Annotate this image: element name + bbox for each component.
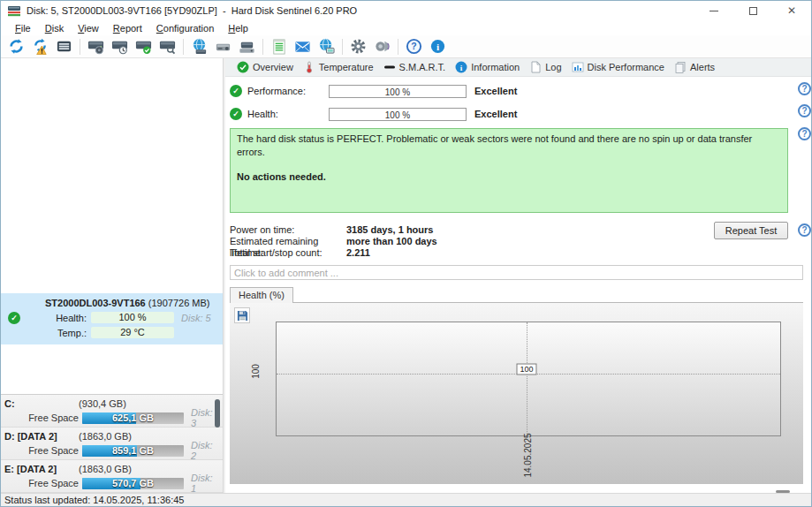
menu-configuration[interactable]: Configuration bbox=[149, 23, 221, 34]
tab-disk-performance[interactable]: Disk Performance bbox=[568, 58, 671, 77]
surface-view-icon[interactable] bbox=[52, 37, 76, 57]
toolbar-separator bbox=[80, 39, 80, 55]
refresh-error-check-icon[interactable] bbox=[28, 37, 52, 57]
maximize-button[interactable] bbox=[733, 1, 772, 20]
health-row: Health: 100 % Excellent bbox=[230, 107, 803, 121]
free-space-label: Free Space bbox=[4, 445, 82, 456]
refresh-icon[interactable] bbox=[4, 37, 28, 57]
drive-letter: E: [DATA 2] bbox=[4, 462, 79, 476]
svg-text:i: i bbox=[436, 42, 439, 52]
status-help-icon[interactable] bbox=[798, 127, 811, 140]
health-label: Health: bbox=[247, 109, 329, 119]
toolbar-separator bbox=[262, 39, 263, 55]
toolbar-separator bbox=[342, 39, 343, 55]
removable-disks-icon[interactable] bbox=[211, 37, 235, 57]
resize-grip[interactable] bbox=[776, 490, 790, 493]
free-space-bar: 859,1 GB bbox=[82, 445, 184, 457]
remaining-lifetime-label: Estimated remaining lifetime: bbox=[230, 236, 346, 247]
tab-bar: Overview Temperature S.M.A.R.T. i Inform… bbox=[225, 58, 811, 77]
menu-file[interactable]: File bbox=[8, 23, 38, 34]
health-help-icon[interactable] bbox=[798, 104, 811, 117]
status-text-box: The hard disk status is PERFECT. Problem… bbox=[230, 128, 788, 213]
tab-overview[interactable]: Overview bbox=[233, 58, 300, 77]
docked-disks-icon[interactable] bbox=[235, 37, 259, 57]
report-icon[interactable] bbox=[267, 37, 291, 57]
close-button[interactable]: ✕ bbox=[772, 1, 811, 20]
power-on-time-value: 3185 days, 1 hours bbox=[346, 224, 433, 236]
network-disks-icon[interactable] bbox=[187, 37, 211, 57]
floppy-disk-icon bbox=[237, 310, 248, 322]
health-chart-panel: 100 100 14.05.2025 bbox=[230, 302, 803, 484]
gridline-date bbox=[527, 322, 527, 435]
menu-report[interactable]: Report bbox=[106, 23, 149, 34]
tab-log[interactable]: Log bbox=[526, 58, 567, 77]
menu-bar: File Disk View Report Configuration Help bbox=[1, 20, 811, 35]
free-space-bar: 570,7 GB bbox=[82, 478, 184, 489]
drive-size: (1863,0 GB) bbox=[79, 462, 132, 476]
chart-plot-area[interactable]: 100 bbox=[276, 322, 781, 436]
log-page-icon bbox=[529, 61, 542, 73]
save-chart-button[interactable] bbox=[234, 307, 250, 323]
close-icon: ✕ bbox=[787, 5, 796, 16]
thermometer-icon bbox=[303, 61, 315, 73]
help-icon[interactable]: ? bbox=[402, 37, 426, 57]
selected-disk-panel[interactable]: ST2000DL003-9VT166 (1907726 MB) Health: … bbox=[1, 293, 223, 344]
comment-input[interactable] bbox=[230, 265, 803, 280]
scheduled-test-icon[interactable] bbox=[108, 37, 132, 57]
disk-tree-area[interactable] bbox=[1, 58, 223, 293]
menu-disk[interactable]: Disk bbox=[38, 23, 71, 34]
drive-row-d[interactable]: D: [DATA 2] (1863,0 GB) Free Space 859,1… bbox=[1, 428, 223, 460]
free-space-bar: 625,1 GB bbox=[82, 412, 184, 424]
disk-test-icon[interactable] bbox=[84, 37, 108, 57]
minimize-button[interactable] bbox=[694, 1, 733, 20]
drive-row-c[interactable]: C: (930,4 GB) Free Space 625,1 GB Disk: … bbox=[1, 395, 223, 428]
alert-pages-icon bbox=[674, 61, 687, 73]
title-bar: Disk: 5, ST2000DL003-9VT166 [5YD90ZLP] -… bbox=[1, 1, 811, 20]
maximize-icon bbox=[749, 7, 757, 15]
y-axis-tick: 100 bbox=[251, 359, 261, 385]
performance-help-icon[interactable] bbox=[798, 82, 811, 95]
chart-tab-health-percent[interactable]: Health (%) bbox=[230, 287, 293, 303]
performance-rating: Excellent bbox=[474, 86, 517, 96]
svg-text:?: ? bbox=[411, 42, 416, 51]
remaining-lifetime-value: more than 100 days bbox=[346, 236, 437, 247]
tab-alerts[interactable]: Alerts bbox=[671, 58, 721, 77]
menu-view[interactable]: View bbox=[71, 23, 106, 34]
tab-smart[interactable]: S.M.A.R.T. bbox=[380, 58, 452, 77]
status-action: No actions needed. bbox=[237, 170, 781, 184]
health-gauge: 100 % bbox=[329, 108, 467, 121]
repeat-test-button[interactable]: Repeat Test bbox=[714, 222, 788, 239]
drive-letter: C: bbox=[4, 397, 79, 411]
status-bar: Status last updated: 14.05.2025, 11:36:4… bbox=[1, 493, 811, 506]
performance-ok-icon bbox=[230, 85, 242, 97]
tab-information[interactable]: i Information bbox=[452, 58, 526, 77]
x-axis-tick: 14.05.2025 bbox=[523, 430, 533, 481]
drive-row-e[interactable]: E: [DATA 2] (1863,0 GB) Free Space 570,7… bbox=[1, 460, 223, 493]
drive-size: (930,4 GB) bbox=[79, 397, 126, 411]
settings-gear-icon[interactable] bbox=[346, 37, 370, 57]
disk-temp-label: Temp.: bbox=[24, 328, 91, 338]
repeat-test-help-icon[interactable] bbox=[798, 223, 811, 237]
drive-list-scrollbar[interactable] bbox=[215, 399, 220, 428]
power-on-time-label: Power on time: bbox=[230, 224, 346, 236]
info-circle-icon: i bbox=[455, 61, 467, 73]
acoustic-management-icon[interactable] bbox=[370, 37, 394, 57]
health-chart-section: Health (%) 100 100 14.05.2025 bbox=[230, 287, 803, 493]
disk-size: (1907726 MB) bbox=[148, 298, 210, 308]
disk-analysis-icon[interactable] bbox=[156, 37, 179, 57]
window-title: Disk: 5, ST2000DL003-9VT166 [5YD90ZLP] -… bbox=[27, 5, 357, 16]
left-panel-spacer bbox=[1, 344, 223, 394]
tab-temperature[interactable]: Temperature bbox=[300, 58, 380, 77]
menu-help[interactable]: Help bbox=[221, 23, 255, 34]
disk-health-label: Health: bbox=[24, 313, 91, 323]
performance-row: Performance: 100 % Excellent bbox=[230, 84, 803, 98]
network-status-icon[interactable] bbox=[315, 37, 338, 57]
send-test-report-icon[interactable] bbox=[291, 37, 315, 57]
drive-disk-number: Disk: 2 bbox=[184, 440, 219, 461]
drive-list: C: (930,4 GB) Free Space 625,1 GB Disk: … bbox=[1, 394, 223, 493]
drive-size: (1863,0 GB) bbox=[79, 429, 132, 443]
disk-status-ok-icon[interactable] bbox=[132, 37, 156, 57]
app-window: Disk: 5, ST2000DL003-9VT166 [5YD90ZLP] -… bbox=[0, 0, 812, 507]
disk-temp-bar: 29 °C bbox=[91, 327, 174, 338]
information-icon[interactable]: i bbox=[426, 37, 450, 57]
